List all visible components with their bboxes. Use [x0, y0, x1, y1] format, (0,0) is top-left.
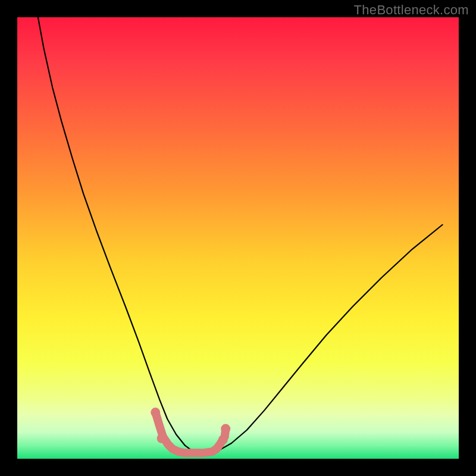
optimal-zone-dot — [151, 408, 160, 417]
bottleneck-chart — [0, 0, 476, 476]
chart-stage: TheBottleneck.com — [0, 0, 476, 476]
watermark-text: TheBottleneck.com — [354, 2, 469, 18]
plot-area — [17, 17, 459, 459]
optimal-zone-dot — [218, 435, 228, 444]
optimal-zone-dot — [157, 434, 167, 443]
optimal-zone-dot — [221, 424, 230, 434]
